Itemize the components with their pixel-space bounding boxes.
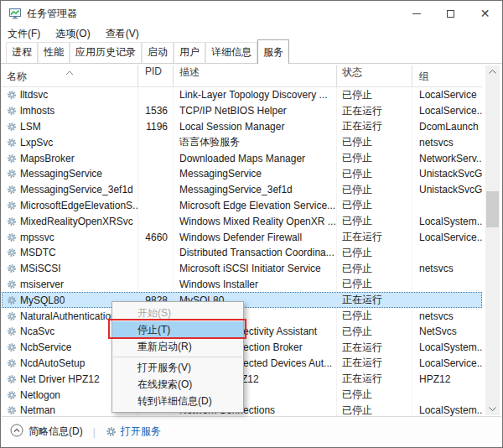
menu-item-go-to-details[interactable]: 转到详细信息(D) <box>112 393 243 409</box>
service-name: MapsBroker <box>20 153 75 164</box>
service-desc: Distributed Transaction Coordina... <box>174 245 337 261</box>
maximize-icon <box>447 10 454 18</box>
service-pid <box>138 150 174 166</box>
tab-startup[interactable]: 启动 <box>142 42 174 63</box>
table-header: 名称 PID 描述 状态 组 <box>2 65 482 87</box>
service-pid <box>138 166 174 182</box>
service-pid: 1536 <box>138 103 174 119</box>
menu-item-restart[interactable]: 重新启动(R) <box>112 338 243 355</box>
service-gear-icon <box>7 232 17 242</box>
service-pid: 1196 <box>138 119 174 135</box>
service-desc: 语言体验服务 <box>174 134 337 150</box>
service-group: LocalSystem... <box>412 216 482 227</box>
open-services-link[interactable]: 打开服务 <box>106 425 161 439</box>
service-row[interactable]: MapsBroker Downloaded Maps Manager 已停止 N… <box>2 150 482 166</box>
service-pid <box>138 277 174 293</box>
tab-app-history[interactable]: 应用历史记录 <box>70 42 142 63</box>
service-status: 已停止 <box>337 308 412 324</box>
service-desc: MessagingService_3ef1d <box>174 182 337 198</box>
service-gear-icon <box>7 247 17 258</box>
service-row[interactable]: lmhosts 1536 TCP/IP NetBIOS Helper 正在运行 … <box>2 103 482 119</box>
vertical-scrollbar[interactable] <box>485 65 500 415</box>
service-row[interactable]: MessagingService_3ef1d MessagingService_… <box>2 182 482 198</box>
menubar-item-file[interactable]: 文件(F) <box>8 27 48 41</box>
service-row[interactable]: MessagingService MessagingService 已停止 Un… <box>2 166 482 182</box>
service-name: MySQL80 <box>20 294 65 306</box>
service-group: HPZ12 <box>412 373 482 385</box>
service-pid <box>138 261 174 277</box>
service-gear-icon <box>7 374 17 384</box>
menu-item-online-search[interactable]: 在线搜索(O) <box>112 376 243 393</box>
service-name: NcbService <box>20 341 71 353</box>
scroll-down-icon[interactable] <box>485 403 500 415</box>
service-desc: Microsoft Edge Elevation Service... <box>174 198 337 214</box>
service-name: Netlogon <box>20 389 60 401</box>
service-status: 已停止 <box>337 182 412 198</box>
service-row[interactable]: lltdsvc Link-Layer Topology Discovery ..… <box>2 87 482 103</box>
service-pid: 4660 <box>138 229 174 245</box>
service-row[interactable]: MixedRealityOpenXRSvc Windows Mixed Real… <box>2 213 482 229</box>
service-pid <box>138 134 174 150</box>
service-status: 正在运行 <box>337 119 412 135</box>
tab-details[interactable]: 详细信息 <box>205 42 257 63</box>
close-button[interactable]: ✕ <box>468 1 502 26</box>
service-status: 已停止 <box>337 166 412 182</box>
menu-item-stop[interactable]: 停止(T) <box>112 321 243 338</box>
tab-processes[interactable]: 进程 <box>6 42 38 63</box>
service-status: 已停止 <box>337 403 412 417</box>
column-header-pid[interactable]: PID <box>138 65 174 86</box>
service-row[interactable]: MSiSCSI Microsoft iSCSI Initiator Servic… <box>2 261 482 277</box>
service-status: 已停止 <box>337 324 412 340</box>
service-row[interactable]: LSM 1196 Local Session Manager 正在运行 Dcom… <box>2 119 482 135</box>
menubar-item-view[interactable]: 查看(V) <box>106 27 147 41</box>
service-row[interactable]: msiserver Windows Installer 已停止 <box>2 277 482 293</box>
service-gear-icon <box>7 154 17 164</box>
column-header-status[interactable]: 状态 <box>337 65 412 86</box>
service-status: 已停止 <box>337 198 412 214</box>
minimize-button[interactable] <box>399 1 433 26</box>
fewer-details-label: 简略信息(D) <box>29 425 83 439</box>
column-header-desc[interactable]: 描述 <box>174 65 337 86</box>
scroll-up-icon[interactable] <box>485 65 500 78</box>
menubar-item-options[interactable]: 选项(O) <box>55 27 97 41</box>
service-row[interactable]: LxpSvc 语言体验服务 已停止 netsvcs <box>2 134 482 150</box>
service-status: 已停止 <box>337 277 412 293</box>
tab-performance[interactable]: 性能 <box>38 42 70 63</box>
service-row[interactable]: mpssvc 4660 Windows Defender Firewall 正在… <box>2 229 482 245</box>
service-gear-icon <box>7 122 17 132</box>
service-status: 正在运行 <box>337 356 412 372</box>
service-group: LocalService <box>412 89 482 101</box>
service-name: MessagingService_3ef1d <box>20 184 133 195</box>
menu-bar: 文件(F)选项(O)查看(V) <box>1 26 502 41</box>
service-status: 已停止 <box>337 134 412 150</box>
service-group: LocalSystem... <box>412 341 482 353</box>
service-gear-icon <box>7 405 17 415</box>
service-name: LSM <box>20 121 41 133</box>
service-desc: Windows Defender Firewall <box>174 229 337 245</box>
service-gear-icon <box>7 138 17 148</box>
menu-separator <box>113 357 242 357</box>
service-gear-icon <box>7 295 17 305</box>
tab-users[interactable]: 用户 <box>174 42 205 63</box>
service-name: NaturalAuthentication... <box>20 310 125 322</box>
service-name: msiserver <box>20 279 64 290</box>
window-title: 任务管理器 <box>27 7 77 21</box>
service-status: 正在运行 <box>337 340 412 356</box>
fewer-details-button[interactable]: 简略信息(D) <box>10 424 83 440</box>
service-row[interactable]: MicrosoftEdgeElevationS... Microsoft Edg… <box>2 198 482 214</box>
scrollbar-thumb[interactable] <box>486 191 499 227</box>
service-group: UnistackSvcG... <box>412 184 482 195</box>
status-bar: 简略信息(D) | 打开服务 <box>2 416 501 446</box>
service-pid <box>138 213 174 229</box>
service-gear-icon <box>7 90 17 100</box>
menu-item-open-services[interactable]: 打开服务(V) <box>112 359 243 376</box>
maximize-button[interactable] <box>433 1 468 26</box>
app-icon <box>8 7 22 20</box>
service-pid <box>138 87 174 103</box>
column-header-group[interactable]: 组 <box>412 70 482 86</box>
service-row[interactable]: MSDTC Distributed Transaction Coordina..… <box>2 245 482 261</box>
service-name: Netman <box>20 404 55 416</box>
service-gear-icon <box>7 263 17 273</box>
tab-services[interactable]: 服务 <box>257 39 289 64</box>
service-status: 正在运行 <box>337 371 412 387</box>
